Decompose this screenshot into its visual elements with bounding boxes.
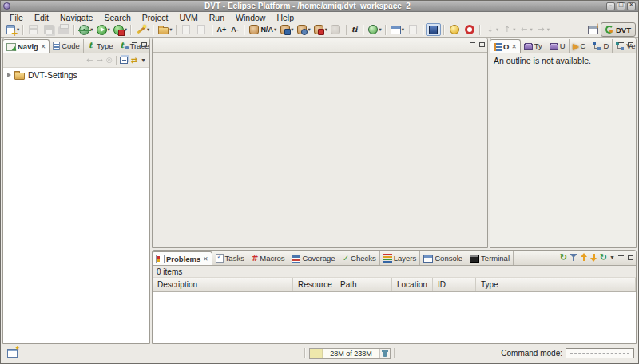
minimize-editor-button[interactable] bbox=[469, 41, 476, 48]
column-path[interactable]: Path bbox=[335, 278, 392, 291]
run-last-dropdown[interactable]: ▾ bbox=[125, 26, 127, 33]
font-decrease-button[interactable]: A- bbox=[228, 23, 241, 36]
console-view-dropdown[interactable]: ▾ bbox=[402, 26, 404, 33]
view-menu-button[interactable] bbox=[141, 57, 146, 63]
view-menu-button[interactable] bbox=[609, 255, 615, 260]
collapse-all-button[interactable] bbox=[120, 57, 128, 64]
trace-button[interactable]: ti bbox=[349, 23, 360, 36]
prev-editor-button[interactable] bbox=[194, 23, 209, 36]
stop-compile-button[interactable] bbox=[312, 23, 327, 36]
previous-marker-button[interactable] bbox=[581, 253, 588, 262]
compile-dropdown[interactable]: ▾ bbox=[291, 26, 293, 33]
window-maximize-button[interactable] bbox=[617, 2, 625, 10]
external-tools-dropdown[interactable]: ▾ bbox=[147, 26, 149, 33]
back-history-dropdown[interactable]: ▾ bbox=[530, 26, 533, 33]
menu-search[interactable]: Search bbox=[98, 13, 136, 22]
editor-area[interactable] bbox=[152, 38, 488, 248]
compile-button[interactable] bbox=[277, 23, 292, 36]
tab-design-hierarchy[interactable]: D bbox=[589, 39, 613, 53]
dvt-perspective-button[interactable]: DVT bbox=[601, 22, 636, 37]
tab-checks[interactable]: Checks bbox=[339, 251, 380, 265]
run-last-button[interactable] bbox=[111, 23, 126, 36]
tab-outline[interactable]: O bbox=[490, 39, 521, 53]
tree-item-dvt-settings[interactable]: DVT-Settings bbox=[3, 68, 149, 81]
external-tools-button[interactable] bbox=[133, 23, 149, 36]
nav-back-button[interactable] bbox=[86, 57, 93, 65]
maximize-view-button[interactable] bbox=[627, 254, 634, 261]
minimize-view-button[interactable] bbox=[617, 254, 625, 261]
open-perspective-button[interactable] bbox=[585, 23, 601, 36]
font-increase-button[interactable]: A+ bbox=[215, 23, 229, 36]
sync-button[interactable] bbox=[600, 253, 607, 262]
window-close-button[interactable] bbox=[627, 2, 636, 10]
maximize-view-button[interactable] bbox=[141, 41, 148, 48]
tab-type[interactable]: Type bbox=[84, 39, 117, 53]
tab-uvm-browser[interactable]: U bbox=[546, 39, 570, 53]
fast-view-button[interactable] bbox=[7, 349, 18, 358]
save-button[interactable] bbox=[26, 23, 41, 36]
menu-file[interactable]: File bbox=[4, 13, 29, 22]
menu-edit[interactable]: Edit bbox=[29, 13, 54, 22]
simulation-dropdown[interactable]: ▾ bbox=[274, 26, 276, 33]
tab-types[interactable]: Ty bbox=[521, 39, 546, 53]
tab-coverage[interactable]: Coverage bbox=[288, 251, 339, 265]
tab-close-icon[interactable] bbox=[203, 255, 208, 263]
tab-problems[interactable]: Problems bbox=[152, 251, 212, 265]
debug-button[interactable] bbox=[77, 23, 92, 36]
clear-console-button[interactable] bbox=[405, 23, 420, 36]
tab-close-icon[interactable] bbox=[511, 43, 516, 50]
simulation-status-button[interactable]: N/A bbox=[247, 23, 276, 36]
nav-up-button[interactable]: ◎ bbox=[106, 57, 113, 64]
menu-navigate[interactable]: Navigate bbox=[54, 13, 98, 22]
tab-layers[interactable]: Layers bbox=[380, 251, 421, 265]
expand-icon[interactable] bbox=[7, 73, 11, 77]
garbage-collect-button[interactable] bbox=[379, 349, 390, 358]
next-marker-button[interactable] bbox=[590, 253, 597, 262]
command-mode-input[interactable] bbox=[566, 348, 634, 358]
tab-tasks[interactable]: Tasks bbox=[212, 251, 248, 265]
start-server-dropdown[interactable]: ▾ bbox=[379, 26, 382, 33]
problems-table-body[interactable] bbox=[153, 292, 636, 344]
save-all-button[interactable] bbox=[41, 23, 56, 36]
tab-compile-order[interactable]: C bbox=[570, 39, 590, 53]
link-with-editor-button[interactable] bbox=[131, 57, 137, 65]
window-minimize-button[interactable] bbox=[606, 2, 615, 10]
column-type[interactable]: Type bbox=[476, 278, 636, 291]
help-support-button[interactable] bbox=[462, 23, 477, 36]
open-element-dropdown[interactable]: ▾ bbox=[169, 26, 172, 33]
menu-help[interactable]: Help bbox=[271, 13, 300, 22]
filter-icon[interactable] bbox=[570, 253, 578, 262]
next-annotation-dropdown[interactable]: ▾ bbox=[496, 26, 498, 33]
maximize-editor-button[interactable] bbox=[478, 41, 486, 48]
tab-close-icon[interactable] bbox=[41, 43, 46, 50]
menu-run[interactable]: Run bbox=[204, 13, 230, 22]
tab-macros[interactable]: Macros bbox=[248, 251, 289, 265]
forward-history-dropdown[interactable]: ▾ bbox=[547, 26, 550, 33]
recompile-dropdown[interactable]: ▾ bbox=[308, 26, 310, 33]
new-wizard-button[interactable] bbox=[3, 23, 18, 36]
column-id[interactable]: ID bbox=[433, 278, 476, 291]
menu-window[interactable]: Window bbox=[230, 13, 271, 22]
maximize-view-button[interactable] bbox=[627, 41, 634, 48]
run-dropdown[interactable]: ▾ bbox=[108, 26, 110, 33]
column-description[interactable]: Description bbox=[153, 278, 293, 291]
tab-console[interactable]: Console bbox=[420, 251, 466, 265]
refresh-button[interactable] bbox=[560, 253, 567, 262]
menu-uvm[interactable]: UVM bbox=[173, 13, 203, 22]
print-button[interactable] bbox=[56, 23, 71, 36]
nav-forward-button[interactable] bbox=[96, 57, 102, 65]
menu-project[interactable]: Project bbox=[137, 13, 174, 22]
minimize-view-button[interactable] bbox=[617, 41, 625, 48]
tab-terminal[interactable]: Terminal bbox=[466, 251, 514, 265]
prev-annotation-dropdown[interactable]: ▾ bbox=[513, 26, 515, 33]
next-editor-button[interactable] bbox=[179, 23, 194, 36]
stop-compile-dropdown[interactable]: ▾ bbox=[325, 26, 327, 33]
toggle-full-view-button[interactable] bbox=[426, 23, 441, 36]
column-resource[interactable]: Resource bbox=[293, 278, 335, 291]
compile-config-button[interactable] bbox=[328, 23, 343, 36]
tab-navigator[interactable]: Navig bbox=[2, 39, 50, 53]
minimize-view-button[interactable] bbox=[131, 41, 138, 48]
build-status-button[interactable] bbox=[447, 23, 462, 36]
tab-code[interactable]: Code bbox=[50, 39, 84, 53]
column-location[interactable]: Location bbox=[392, 278, 433, 291]
